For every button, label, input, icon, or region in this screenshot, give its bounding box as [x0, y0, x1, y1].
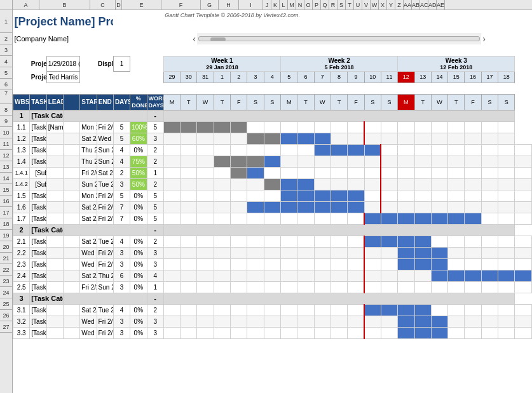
t12-g20: [498, 133, 515, 144]
cat1-spacer: [63, 110, 147, 121]
t12-d: [63, 133, 79, 144]
next-week-btn[interactable]: ›: [481, 33, 515, 44]
col-Z: Z: [395, 0, 404, 10]
col-N: N: [296, 0, 304, 10]
day-T2: T: [214, 94, 230, 110]
t13-d: [63, 144, 79, 156]
t14-lead: [46, 156, 63, 167]
t13-work: 2: [147, 144, 163, 156]
col-Q: Q: [321, 0, 329, 10]
lead-label: Project Lead: [30, 71, 46, 83]
day-S6: S: [498, 94, 515, 110]
t12-g2: [197, 133, 214, 144]
date-4: 4: [264, 71, 280, 83]
t11-d: [63, 121, 79, 133]
col-F: F: [161, 0, 201, 10]
cat1-dash: -: [147, 110, 163, 121]
cat-row-3: 3 [Task Category] -: [13, 293, 532, 304]
info-spacer: [13, 56, 30, 71]
scrollbar-track-cell[interactable]: [197, 33, 481, 44]
row-5: 5: [0, 67, 12, 79]
day-S5: S: [481, 94, 498, 110]
t13-wbs: 1.3: [13, 144, 30, 156]
day-W1: W: [197, 94, 214, 110]
t141-wbs: 1.4.1: [13, 167, 30, 178]
lead-header: LEAD ▼: [46, 94, 63, 110]
t11-g2: [197, 121, 214, 133]
t11-g0: [163, 121, 180, 133]
t12-name: [Task]: [30, 133, 46, 144]
date-11: 11: [381, 71, 397, 83]
date-12-today: 12: [398, 71, 414, 83]
t12-g11: [348, 133, 364, 144]
day-T1: T: [181, 94, 197, 110]
date-14: 14: [431, 71, 447, 83]
t12-g18: [465, 133, 481, 144]
lead-right-spacer: [80, 71, 164, 83]
day-W3: W: [431, 94, 447, 110]
col-AC: AC: [420, 0, 428, 10]
gantt-template-cell: Gantt Chart Template © 2006-2018 by Vert…: [163, 10, 515, 33]
col-I: I: [239, 0, 263, 10]
week3-header: Week 3 12 Feb 2018: [398, 56, 515, 71]
percent-header: %DONE: [130, 94, 147, 110]
scrollbar-track[interactable]: [198, 36, 480, 41]
date-6: 6: [297, 71, 314, 83]
date-7: 7: [314, 71, 331, 83]
day-M1: M: [163, 94, 180, 110]
t11-g11: [348, 121, 364, 133]
t12-g15: [414, 133, 431, 144]
date-8: 8: [331, 71, 347, 83]
row-15: 15: [0, 184, 12, 196]
col-T: T: [346, 0, 354, 10]
col-AB: AB: [412, 0, 420, 10]
t13-pct: 0%: [130, 144, 147, 156]
col-M: M: [288, 0, 296, 10]
lead-spacer: [13, 71, 30, 83]
t11-work: 5: [147, 121, 163, 133]
week1-header: Week 1 29 Jan 2018: [163, 56, 280, 71]
t12-g16: [431, 133, 447, 144]
info-spacer3: [130, 56, 147, 71]
days-header: DAYS: [113, 94, 130, 110]
row-1: 1: [0, 10, 12, 33]
t12-g1: [181, 133, 197, 144]
col-O: O: [304, 0, 313, 10]
prev-week-btn[interactable]: ‹: [163, 33, 197, 44]
end-header: END: [97, 94, 113, 110]
t12-g14: [398, 133, 414, 144]
t11-lead: [Name]: [46, 121, 63, 133]
t11-g13: [381, 121, 397, 133]
t14-end: Sun 2/04/18: [97, 156, 113, 167]
t11-g19: [481, 121, 498, 133]
t11-g16: [431, 121, 447, 133]
t11-pct: 100%: [130, 121, 147, 133]
start-date-label: Project Start Date: [30, 56, 46, 71]
t12-g7: [281, 133, 297, 144]
task-1-1: 1.1 [Task] [Name] Mon 1/29/18 Fri 2/02/1…: [13, 121, 532, 133]
t12-g10: [331, 133, 347, 144]
t13-g0: [163, 144, 180, 156]
col-H: H: [219, 0, 239, 10]
title-row: [Project Name] Project Schedule Gantt Ch…: [13, 10, 532, 33]
t12-g12-today: [364, 133, 381, 144]
col-AA: AA: [404, 0, 412, 10]
row-2: 2: [0, 33, 12, 44]
col-L: L: [280, 0, 288, 10]
t11-name: [Task]: [30, 121, 46, 133]
t11-g9: [314, 121, 331, 133]
cat1-gantt: [163, 110, 515, 121]
date-13: 13: [414, 71, 431, 83]
col-Y: Y: [387, 0, 395, 10]
t11-g10: [331, 121, 347, 133]
display-week-value: 1: [113, 56, 130, 71]
t12-wbs: 1.2: [13, 133, 30, 144]
date-16: 16: [465, 71, 481, 83]
date-15: 15: [448, 71, 465, 83]
col-B: B: [39, 0, 90, 10]
col-W: W: [371, 0, 379, 10]
day-M3-today: M: [398, 94, 414, 110]
day-F3: F: [465, 94, 481, 110]
cat-row-2: 2 [Task Category] -: [13, 224, 532, 236]
row-19: 19: [0, 230, 12, 241]
